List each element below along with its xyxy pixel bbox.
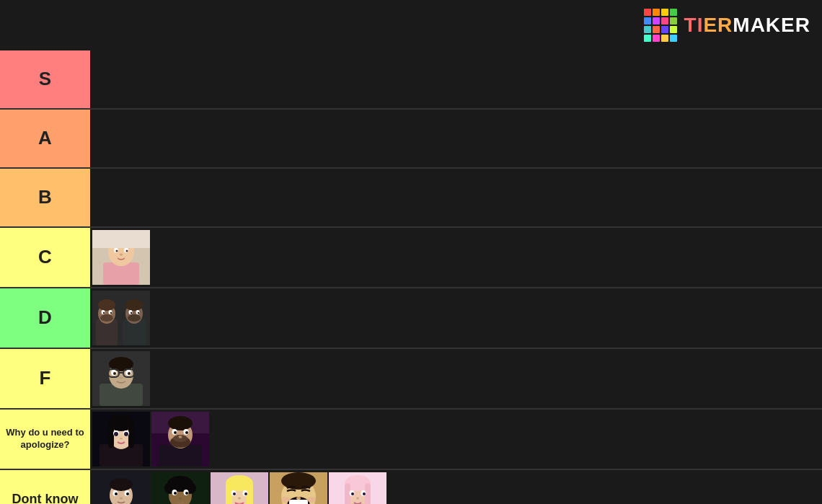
svg-rect-106 [289, 500, 308, 504]
svg-point-37 [113, 372, 116, 375]
tier-content-f [90, 349, 822, 408]
svg-point-65 [185, 431, 188, 434]
svg-point-14 [98, 299, 115, 311]
svg-point-48 [114, 432, 118, 436]
svg-point-17 [103, 312, 105, 314]
tier-item[interactable] [92, 472, 150, 504]
app-container: TiERMAKER S A B C [0, 0, 822, 504]
svg-point-27 [128, 314, 141, 322]
svg-rect-10 [92, 230, 150, 248]
svg-point-56 [120, 438, 123, 440]
tier-item[interactable] [151, 412, 209, 467]
svg-point-25 [131, 312, 132, 314]
svg-point-22 [125, 299, 143, 311]
svg-point-109 [296, 497, 301, 500]
tier-row-why: Why do u need to apologize? [0, 410, 822, 470]
tier-content-s [90, 50, 822, 108]
tier-content-d [90, 288, 822, 348]
tier-content-b [90, 169, 822, 226]
tier-row-c: C [0, 228, 822, 288]
svg-point-7 [116, 250, 118, 252]
svg-point-15 [102, 310, 105, 314]
tier-item[interactable] [92, 230, 150, 285]
tier-label-s: S [0, 50, 90, 108]
svg-point-98 [233, 492, 236, 495]
tier-item[interactable] [151, 472, 209, 504]
header: TiERMAKER [0, 0, 822, 50]
tier-content-c [90, 228, 822, 287]
svg-point-89 [179, 498, 182, 500]
svg-point-76 [126, 492, 129, 495]
tier-label-why: Why do u need to apologize? [0, 410, 90, 469]
svg-point-119 [363, 492, 366, 495]
svg-point-23 [129, 310, 133, 314]
svg-point-61 [168, 416, 193, 430]
tier-label-b: B [0, 169, 90, 226]
svg-point-18 [110, 312, 112, 314]
tier-item[interactable] [92, 291, 150, 345]
svg-point-100 [238, 498, 241, 500]
tier-item[interactable] [270, 472, 327, 504]
svg-point-99 [244, 492, 247, 495]
svg-point-49 [124, 432, 128, 436]
logo-text: TiERMAKER [684, 14, 810, 37]
svg-point-68 [179, 436, 182, 438]
tier-row-dk: Dont know [0, 470, 822, 504]
svg-point-118 [351, 492, 354, 495]
tier-row-f: F [0, 349, 822, 410]
tier-item[interactable] [92, 412, 150, 467]
svg-point-26 [138, 312, 139, 314]
svg-point-88 [185, 492, 188, 495]
tier-label-f: F [0, 349, 90, 408]
svg-point-120 [356, 498, 359, 500]
svg-point-24 [136, 310, 140, 314]
svg-point-39 [120, 377, 123, 379]
tier-item[interactable] [92, 351, 150, 406]
svg-rect-45 [128, 423, 134, 448]
tiermaker-logo: TiERMAKER [644, 9, 810, 42]
svg-point-19 [100, 314, 113, 322]
tier-label-c: C [0, 228, 90, 287]
tier-label-a: A [0, 110, 90, 167]
svg-point-77 [120, 498, 123, 500]
tier-content-a [90, 110, 822, 167]
svg-rect-44 [108, 423, 114, 448]
svg-point-72 [110, 478, 133, 491]
tier-row-s: S [0, 50, 822, 110]
tier-content-why [90, 410, 822, 469]
svg-point-104 [281, 472, 316, 490]
svg-point-107 [281, 497, 290, 503]
tier-label-d: D [0, 288, 90, 348]
svg-point-75 [115, 492, 118, 495]
logo-grid [644, 9, 677, 42]
tier-content-dk [90, 470, 822, 504]
tier-row-b: B [0, 169, 822, 228]
tier-row-d: D [0, 288, 822, 349]
svg-point-108 [307, 497, 316, 503]
svg-point-9 [120, 254, 123, 256]
svg-point-38 [128, 372, 131, 375]
tier-list: S A B C [0, 50, 822, 504]
svg-point-87 [174, 492, 177, 495]
tier-item[interactable] [329, 472, 386, 504]
svg-point-8 [126, 250, 128, 252]
svg-point-16 [109, 310, 112, 314]
tier-row-a: A [0, 110, 822, 169]
tier-label-dk: Dont know [0, 470, 90, 504]
tier-item[interactable] [211, 472, 268, 504]
svg-point-64 [174, 431, 177, 434]
